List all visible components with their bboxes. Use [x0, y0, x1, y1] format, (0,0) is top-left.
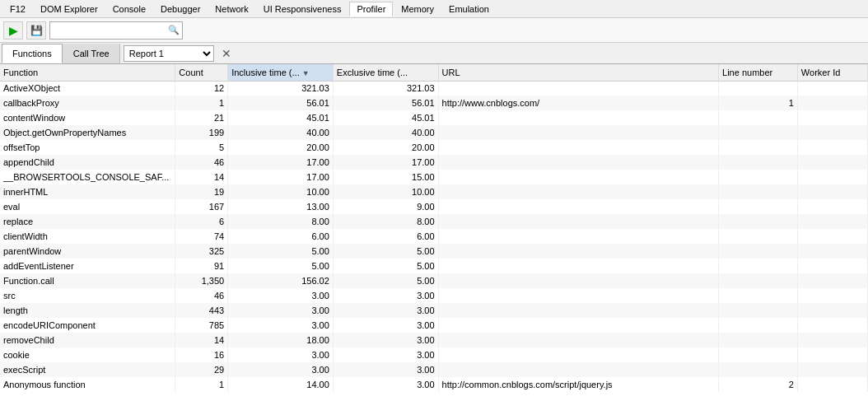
- tab-functions-label: Functions: [12, 49, 52, 58]
- menu-f12[interactable]: F12: [3, 2, 32, 16]
- table-row[interactable]: Object.getOwnPropertyNames19940.0040.00: [0, 125, 868, 140]
- play-button[interactable]: ▶: [3, 21, 23, 40]
- table-row[interactable]: execScript293.003.00: [0, 362, 868, 377]
- table-row[interactable]: offsetTop520.0020.00: [0, 140, 868, 155]
- col-header-inclusive[interactable]: Inclusive time (... ▼: [228, 64, 334, 81]
- table-row[interactable]: addEventListener915.005.00: [0, 259, 868, 273]
- table-row[interactable]: parentWindow3255.005.00: [0, 244, 868, 259]
- tab-calltree[interactable]: Call Tree: [63, 44, 120, 63]
- table-row[interactable]: contentWindow2145.0145.01: [0, 110, 868, 125]
- menu-network[interactable]: Network: [208, 2, 254, 16]
- col-header-url[interactable]: URL: [438, 64, 719, 81]
- tab-bar: Functions Call Tree Report 1 ✕: [0, 43, 868, 64]
- table-row[interactable]: Anonymous function114.003.00http://commo…: [0, 377, 868, 392]
- col-header-line[interactable]: Line number: [719, 64, 798, 81]
- toolbar: ▶ 💾 🔍: [0, 18, 868, 43]
- col-header-exclusive[interactable]: Exclusive time (...: [333, 64, 438, 81]
- table-header-row: Function Count Inclusive time (... ▼ Exc…: [0, 64, 868, 81]
- search-input[interactable]: [50, 22, 166, 39]
- table-row[interactable]: callbackProxy156.0156.01http://www.cnblo…: [0, 96, 868, 110]
- menu-emulation[interactable]: Emulation: [442, 2, 496, 16]
- col-header-count[interactable]: Count: [175, 64, 228, 81]
- table-row[interactable]: Function.call1,350156.025.00: [0, 273, 868, 288]
- menu-bar: F12 DOM Explorer Console Debugger Networ…: [0, 0, 868, 18]
- menu-memory[interactable]: Memory: [394, 2, 441, 16]
- table-row[interactable]: cookie163.003.00: [0, 347, 868, 362]
- search-box: 🔍: [49, 21, 183, 40]
- search-icon[interactable]: 🔍: [166, 22, 182, 39]
- table-row[interactable]: removeChild1418.003.00: [0, 333, 868, 347]
- profiler-table: Function Count Inclusive time (... ▼ Exc…: [0, 64, 868, 392]
- col-header-worker[interactable]: Worker Id: [797, 64, 867, 81]
- sort-arrow-inclusive: ▼: [302, 69, 310, 77]
- report-select[interactable]: Report 1: [124, 45, 214, 62]
- table-row[interactable]: eval16713.009.00: [0, 199, 868, 214]
- col-header-function[interactable]: Function: [0, 64, 175, 81]
- clear-button[interactable]: ✕: [219, 46, 234, 61]
- table-row[interactable]: __BROWSERTOOLS_CONSOLE_SAF...1417.0015.0…: [0, 170, 868, 184]
- table-body: ActiveXObject12321.03321.03callbackProxy…: [0, 81, 868, 392]
- tab-calltree-label: Call Tree: [73, 49, 110, 58]
- table-row[interactable]: length4433.003.00: [0, 303, 868, 318]
- menu-dom-explorer[interactable]: DOM Explorer: [34, 2, 105, 16]
- table-row[interactable]: innerHTML1910.0010.00: [0, 184, 868, 199]
- table-row[interactable]: appendChild4617.0017.00: [0, 155, 868, 170]
- table-row[interactable]: ActiveXObject12321.03321.03: [0, 81, 868, 96]
- tab-functions[interactable]: Functions: [2, 44, 63, 63]
- menu-debugger[interactable]: Debugger: [154, 2, 207, 16]
- menu-profiler[interactable]: Profiler: [349, 2, 393, 16]
- table-row[interactable]: src463.003.00: [0, 288, 868, 303]
- table-row[interactable]: encodeURIComponent7853.003.00: [0, 318, 868, 333]
- save-button[interactable]: 💾: [26, 21, 46, 40]
- table-row[interactable]: replace68.008.00: [0, 214, 868, 229]
- table-row[interactable]: clientWidth746.006.00: [0, 229, 868, 244]
- table-container: Function Count Inclusive time (... ▼ Exc…: [0, 64, 868, 415]
- report-selector-wrapper: Report 1 ✕: [124, 45, 234, 62]
- menu-ui-responsiveness[interactable]: UI Responsiveness: [257, 2, 348, 16]
- menu-console[interactable]: Console: [106, 2, 152, 16]
